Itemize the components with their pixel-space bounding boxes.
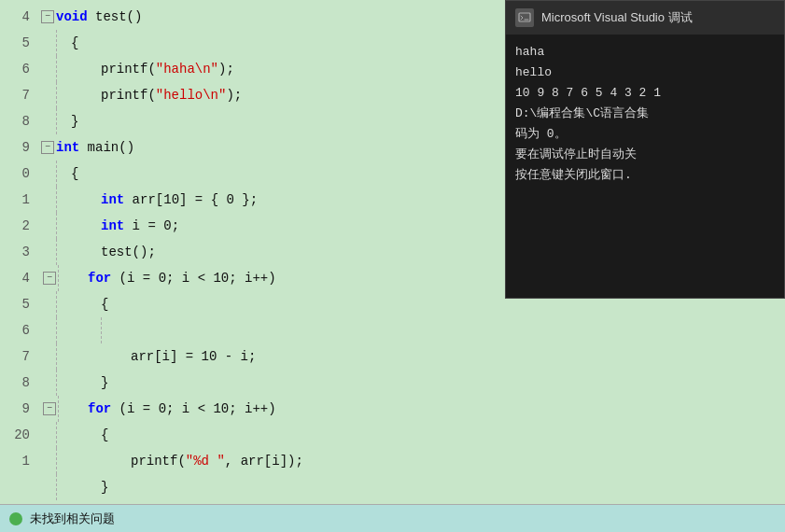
console-app-icon bbox=[515, 8, 534, 27]
indent-guide bbox=[56, 82, 71, 108]
console-titlebar: Microsoft Visual Studio 调试 bbox=[506, 1, 784, 35]
indent-guide bbox=[56, 291, 71, 317]
status-dot bbox=[9, 512, 22, 525]
status-text: 未找到相关问题 bbox=[30, 511, 115, 527]
collapse-icon[interactable]: − bbox=[43, 402, 56, 415]
collapse-icon[interactable]: − bbox=[41, 141, 54, 154]
code-line bbox=[41, 317, 785, 343]
keyword: int bbox=[56, 134, 79, 161]
console-body: haha hello 10 9 8 7 6 5 4 3 2 1 D:\编程合集\… bbox=[506, 35, 784, 298]
code-line: − for (i = 0; i < 10; i++) bbox=[41, 396, 785, 422]
indent-guide bbox=[56, 56, 71, 82]
svg-rect-0 bbox=[519, 13, 530, 21]
console-line: haha bbox=[515, 42, 775, 63]
indent-guide bbox=[58, 396, 73, 422]
keyword: int bbox=[101, 187, 124, 213]
keyword: int bbox=[101, 213, 124, 239]
keyword: void bbox=[56, 4, 88, 30]
indent-guide bbox=[56, 474, 71, 500]
code-line: printf("%d ", arr[i]); bbox=[41, 448, 785, 474]
indent-guide bbox=[56, 317, 71, 343]
console-line: 10 9 8 7 6 5 4 3 2 1 bbox=[515, 83, 775, 104]
line-numbers: 4 5 6 7 8 9 0 1 2 3 4 5 6 7 8 9 20 1 bbox=[0, 0, 37, 504]
console-line: 要在调试停止时自动关 bbox=[515, 145, 775, 165]
main-container: 4 5 6 7 8 9 0 1 2 3 4 5 6 7 8 9 20 1 bbox=[0, 0, 785, 532]
indent-guide bbox=[58, 265, 73, 291]
console-line: 码为 0。 bbox=[515, 124, 775, 145]
collapse-icon[interactable]: − bbox=[41, 10, 54, 23]
collapse-icon[interactable]: − bbox=[43, 272, 56, 285]
console-title: Microsoft Visual Studio 调试 bbox=[541, 9, 693, 26]
indent-guide bbox=[56, 370, 71, 396]
status-bar: 未找到相关问题 bbox=[0, 504, 785, 532]
keyword: for bbox=[88, 396, 111, 422]
indent-guide bbox=[56, 213, 71, 239]
indent-guide bbox=[56, 239, 71, 265]
code-line: } bbox=[41, 370, 785, 396]
code-line: } bbox=[41, 474, 785, 500]
indent-guide bbox=[56, 343, 71, 370]
code-line: arr[i] = 10 - i; bbox=[41, 343, 785, 370]
console-line: hello bbox=[515, 63, 775, 83]
keyword: for bbox=[88, 265, 111, 291]
console-window: Microsoft Visual Studio 调试 haha hello 10… bbox=[505, 0, 785, 299]
indent-guide bbox=[56, 422, 71, 448]
indent-guide bbox=[56, 448, 71, 474]
console-line: 按任意键关闭此窗口. bbox=[515, 165, 775, 186]
code-line: { bbox=[41, 422, 785, 448]
indent-guide bbox=[56, 108, 71, 134]
indent-guide bbox=[101, 317, 116, 343]
indent-guide bbox=[56, 30, 71, 56]
indent-guide bbox=[56, 161, 71, 187]
indent-guide bbox=[56, 187, 71, 213]
console-line: D:\编程合集\C语言合集 bbox=[515, 104, 775, 124]
